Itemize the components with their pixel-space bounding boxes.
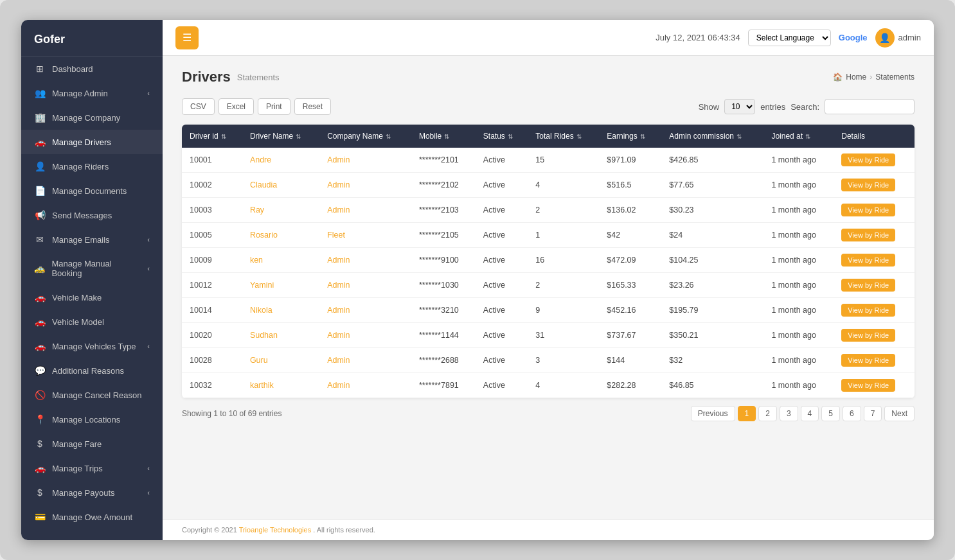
view-by-ride-button[interactable]: View by Ride [841, 254, 895, 267]
sidebar-item-manage-fare[interactable]: $ Manage Fare [21, 432, 163, 456]
cell-company-name[interactable]: Admin [319, 198, 411, 223]
view-by-ride-button[interactable]: View by Ride [841, 153, 895, 166]
excel-button[interactable]: Excel [219, 98, 254, 115]
pagination-page-4[interactable]: 4 [801, 406, 819, 421]
pagination-page-6[interactable]: 6 [843, 406, 861, 421]
sidebar-item-manage-documents[interactable]: 📄 Manage Documents [21, 179, 163, 203]
view-by-ride-button[interactable]: View by Ride [841, 279, 895, 292]
sidebar-item-vehicle-model[interactable]: 🚗 Vehicle Model [21, 310, 163, 334]
footer-company-link[interactable]: Trioangle Technologies [239, 526, 312, 534]
cell-driver-name: karthik [242, 373, 319, 398]
col-header-joined_at[interactable]: Joined at⇅ [763, 125, 834, 148]
table-header: Driver id⇅Driver Name⇅Company Name⇅Mobil… [182, 125, 915, 148]
send-messages-label: Send Messages [52, 211, 112, 220]
pagination-previous[interactable]: Previous [691, 406, 735, 421]
manage-trips-label: Manage Trips [52, 464, 103, 473]
cell-driver-name[interactable]: Rosario [242, 223, 319, 248]
sidebar-item-manage-manual-booking[interactable]: 🚕 Manage Manual Booking ‹ [21, 252, 163, 285]
view-by-ride-button[interactable]: View by Ride [841, 379, 895, 392]
sidebar-item-manage-riders[interactable]: 👤 Manage Riders [21, 154, 163, 179]
sidebar-item-vehicle-make[interactable]: 🚗 Vehicle Make [21, 285, 163, 310]
cell-company-name[interactable]: Admin [319, 248, 411, 273]
cell-company-name[interactable]: Admin [319, 373, 411, 398]
table-row: 10002 Claudia Admin *******2102 Active 4… [182, 173, 915, 198]
sidebar-item-manage-vehicles-type[interactable]: 🚗 Manage Vehicles Type ‹ [21, 334, 163, 358]
view-by-ride-button[interactable]: View by Ride [841, 354, 895, 367]
col-header-company_name[interactable]: Company Name⇅ [319, 125, 411, 148]
sidebar-item-send-messages[interactable]: 📢 Send Messages [21, 203, 163, 227]
page-title: Drivers [182, 69, 231, 85]
breadcrumb: 🏠 Home › Statements [833, 73, 915, 82]
view-by-ride-button[interactable]: View by Ride [841, 204, 895, 216]
pagination-page-5[interactable]: 5 [821, 406, 840, 421]
sidebar-item-manage-company[interactable]: 🏢 Manage Company [21, 105, 163, 130]
cell-driver-name[interactable]: ken [242, 248, 319, 273]
cell-details: View by Ride [834, 373, 915, 398]
col-header-status[interactable]: Status⇅ [476, 125, 528, 148]
cell-company-name[interactable]: Admin [319, 148, 411, 173]
dashboard-label: Dashboard [52, 64, 93, 74]
cell-driver-name[interactable]: Claudia [242, 173, 319, 198]
cell-admin-commission: $32 [661, 348, 763, 373]
col-header-earnings[interactable]: Earnings⇅ [599, 125, 661, 148]
col-header-driver_id[interactable]: Driver id⇅ [182, 125, 242, 148]
view-by-ride-button[interactable]: View by Ride [841, 329, 895, 342]
pagination-page-1[interactable]: 1 [738, 406, 756, 421]
menu-button[interactable]: ☰ [175, 26, 199, 49]
sidebar-item-manage-locations[interactable]: 📍 Manage Locations [21, 407, 163, 432]
manage-admin-label: Manage Admin [52, 89, 108, 98]
sidebar-item-manage-cancel-reason[interactable]: 🚫 Manage Cancel Reason [21, 383, 163, 407]
sidebar-item-manage-drivers[interactable]: 🚗 Manage Drivers [21, 130, 163, 154]
sidebar-item-manage-owe-amount[interactable]: 💳 Manage Owe Amount [21, 505, 163, 529]
sidebar-item-manage-trips[interactable]: 🚗 Manage Trips ‹ [21, 456, 163, 480]
manage-documents-label: Manage Documents [52, 186, 127, 196]
footer-rights: . All rights reserved. [313, 526, 375, 534]
cell-driver-name[interactable]: Ray [242, 198, 319, 223]
sidebar-item-additional-reasons[interactable]: 💬 Additional Reasons [21, 358, 163, 383]
view-by-ride-button[interactable]: View by Ride [841, 179, 895, 191]
cell-driver-name[interactable]: Guru [242, 348, 319, 373]
cell-joined-at: 1 month ago [763, 148, 834, 173]
table-row: 10014 Nikola Admin *******3210 Active 9 … [182, 298, 915, 323]
csv-button[interactable]: CSV [182, 98, 215, 115]
sidebar-item-manage-payouts[interactable]: $ Manage Payouts ‹ [21, 480, 163, 505]
col-header-details[interactable]: Details [834, 125, 915, 148]
cell-driver-name[interactable]: Yamini [242, 273, 319, 298]
breadcrumb-home-link[interactable]: Home [846, 73, 866, 82]
cell-earnings: $472.09 [599, 248, 661, 273]
pagination-next[interactable]: Next [884, 406, 915, 421]
cell-company-name[interactable]: Admin [319, 323, 411, 348]
sidebar-item-dashboard[interactable]: ⊞ Dashboard [21, 57, 163, 81]
col-header-total_rides[interactable]: Total Rides⇅ [528, 125, 599, 148]
manage-vehicles-type-icon: 🚗 [34, 341, 46, 351]
col-header-mobile[interactable]: Mobile⇅ [411, 125, 476, 148]
reset-button[interactable]: Reset [294, 98, 331, 115]
language-select[interactable]: Select Language [748, 30, 831, 46]
col-header-driver_name[interactable]: Driver Name⇅ [242, 125, 319, 148]
entries-select[interactable]: 10 25 50 [724, 99, 755, 114]
cell-joined-at: 1 month ago [763, 198, 834, 223]
pagination-page-7[interactable]: 7 [864, 406, 882, 421]
cell-company-name[interactable]: Fleet [319, 223, 411, 248]
col-header-admin_commission[interactable]: Admin commission⇅ [661, 125, 763, 148]
cell-company-name[interactable]: Admin [319, 298, 411, 323]
cell-company-name[interactable]: Admin [319, 348, 411, 373]
cell-driver-id: 10005 [182, 223, 242, 248]
view-by-ride-button[interactable]: View by Ride [841, 304, 895, 317]
cell-status: Active [476, 198, 528, 223]
pagination-page-2[interactable]: 2 [758, 406, 777, 421]
cell-driver-name[interactable]: Andre [242, 148, 319, 173]
search-input[interactable] [825, 99, 915, 114]
cell-company-name[interactable]: Admin [319, 273, 411, 298]
cell-joined-at: 1 month ago [763, 348, 834, 373]
pagination-page-3[interactable]: 3 [780, 406, 798, 421]
sidebar-item-manage-admin[interactable]: 👥 Manage Admin ‹ [21, 81, 163, 105]
cell-driver-id: 10028 [182, 348, 242, 373]
view-by-ride-button[interactable]: View by Ride [841, 229, 895, 241]
sidebar-item-manage-emails[interactable]: ✉ Manage Emails ‹ [21, 227, 163, 252]
cell-company-name[interactable]: Admin [319, 173, 411, 198]
cell-total-rides: 9 [528, 298, 599, 323]
cell-joined-at: 1 month ago [763, 273, 834, 298]
print-button[interactable]: Print [258, 98, 290, 115]
cell-details: View by Ride [834, 148, 915, 173]
